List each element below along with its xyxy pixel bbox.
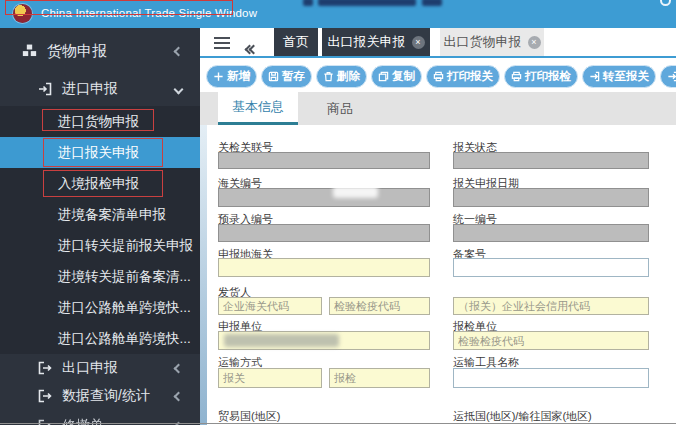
sign-out-icon [38,389,52,403]
tab-basic-info[interactable]: 基本信息 [218,92,298,125]
sidebar-item-import-goods[interactable]: 进口货物申报 [0,106,200,137]
sidebar-group-cargo-declare[interactable]: 货物申报 [0,36,200,66]
tab-home[interactable]: 首页 [274,28,318,56]
printer-icon [433,71,444,82]
cubes-icon [22,44,37,58]
transport-mode-inspection-input[interactable] [329,368,430,388]
chevron-left-icon [174,391,184,401]
record-no-input[interactable] [453,258,649,277]
transfer-icon [667,71,676,82]
sidebar-item-entry-transit-pre[interactable]: 进境转关提前备案清... [0,261,200,292]
chevron-left-icon [174,46,184,56]
sidebar-item-data-query[interactable]: 数据查询/统计 [0,382,200,410]
crop-divider [0,423,676,424]
print-customs-button[interactable]: 打印报关 [426,65,500,88]
tab-goods[interactable]: 商品 [310,92,370,125]
sidebar-item-entry-record-list[interactable]: 进境备案清单申报 [0,199,200,230]
sidebar-item-entry-inspection[interactable]: 入境报检申报 [0,168,200,199]
sidebar-item-import-customs-active[interactable]: 进口报关申报 [0,137,200,168]
pre-entry-no-field [218,224,430,242]
tab-strip: 首页 出口报关申报 × 出口货物申报 × [200,28,676,58]
annotation-box [5,0,233,15]
save-icon [268,71,279,82]
print-inspection-button[interactable]: 打印报检 [504,65,578,88]
consignor-customs-code-input[interactable] [218,297,322,315]
sign-in-icon [38,82,52,96]
toolbar: 新增 暂存 删除 复制 打印报关 打印报检 转至报关 [200,60,676,92]
sidebar-item-import-road-manifest-1[interactable]: 进口公路舱单跨境快... [0,292,200,323]
sidebar-item-label: 进口申报 [62,80,118,98]
tab-export-goods[interactable]: 出口货物申报 × [440,28,544,56]
basic-info-form: 关检关联号 报关状态 海关编号 报关申报日期 预录入编号 统一编号 申报地海关 … [200,125,676,425]
customs-no-field [218,188,430,207]
delete-button[interactable]: 删除 [316,65,367,88]
copy-button[interactable]: 复制 [371,65,422,88]
tab-label: 出口报关申报 [328,33,406,51]
sidebar: 货物申报 进口申报 进口货物申报 进口报关申报 入境报检申报 进境备案清单申报 … [0,28,200,425]
form-tab-bar: 基本信息 商品 [200,92,676,125]
tab-export-customs[interactable]: 出口报关申报 × [322,28,430,56]
clipped-dark-text [422,0,442,6]
user-icon[interactable] [660,0,671,6]
transfer-clipped-button[interactable] [660,65,676,88]
sidebar-item-import-road-manifest-2[interactable]: 进口公路舱单跨境快... [0,323,200,354]
declare-place-input[interactable] [218,258,430,277]
transport-mode-customs-input[interactable] [218,368,322,388]
sidebar-item-import-declare[interactable]: 进口申报 [0,74,200,104]
button-label: 打印报关 [447,69,493,84]
printer-icon [511,71,522,82]
button-label: 打印报检 [525,69,571,84]
clipped-dark-text [303,0,313,6]
close-icon[interactable]: × [528,36,541,49]
rel-no-field [218,152,430,169]
hamburger-menu-icon[interactable] [214,37,230,52]
sidebar-submenu-import: 进口货物申报 进口报关申报 入境报检申报 进境备案清单申报 进口转关提前报关申报… [0,106,200,354]
field-label: 运抵国(地区)/输往国家(地区) [453,409,592,424]
sidebar-item-label: 出口申报 [62,359,118,377]
unified-no-field [453,224,649,242]
button-label: 新增 [227,69,250,84]
trash-icon [323,71,334,82]
sidebar-item-export-declare[interactable]: 出口申报 [0,354,200,382]
button-label: 暂存 [282,69,305,84]
chevron-down-icon [174,84,184,94]
field-label: 贸易国(地区) [218,409,280,424]
button-label: 复制 [392,69,415,84]
clipped-dark-text [318,0,416,6]
sidebar-group-label: 货物申报 [47,42,107,61]
sign-out-icon [38,419,52,425]
top-bar: China International Trade Single Window [0,0,676,28]
chevron-left-icon [174,363,184,373]
declare-unit-input[interactable] [218,331,430,350]
inspection-unit-input[interactable] [453,331,649,350]
credit-code-input[interactable] [453,297,649,315]
button-label: 转至报关 [603,69,649,84]
transport-name-input[interactable] [453,368,649,388]
tab-label: 出口货物申报 [444,33,522,51]
tab-label: 首页 [283,33,309,51]
new-button[interactable]: 新增 [206,65,257,88]
sidebar-item-label: 数据查询/统计 [62,387,150,405]
consignor-ciq-code-input[interactable] [329,297,430,315]
plus-icon [213,71,224,82]
close-icon[interactable]: × [412,36,425,49]
sidebar-item-import-transit-pre[interactable]: 进口转关提前报关申报 [0,230,200,261]
sign-out-icon [38,361,52,375]
save-draft-button[interactable]: 暂存 [261,65,312,88]
customs-status-field [453,152,649,169]
button-label: 删除 [337,69,360,84]
transfer-to-customs-button[interactable]: 转至报关 [582,65,656,88]
transfer-icon [589,71,600,82]
main-content: 首页 出口报关申报 × 出口货物申报 × 新增 暂存 删除 复制 [200,28,676,425]
declare-date-field [453,188,649,207]
collapse-tabs-icon[interactable] [246,39,254,57]
panel-edge-strip [200,125,207,425]
copy-icon [378,71,389,82]
